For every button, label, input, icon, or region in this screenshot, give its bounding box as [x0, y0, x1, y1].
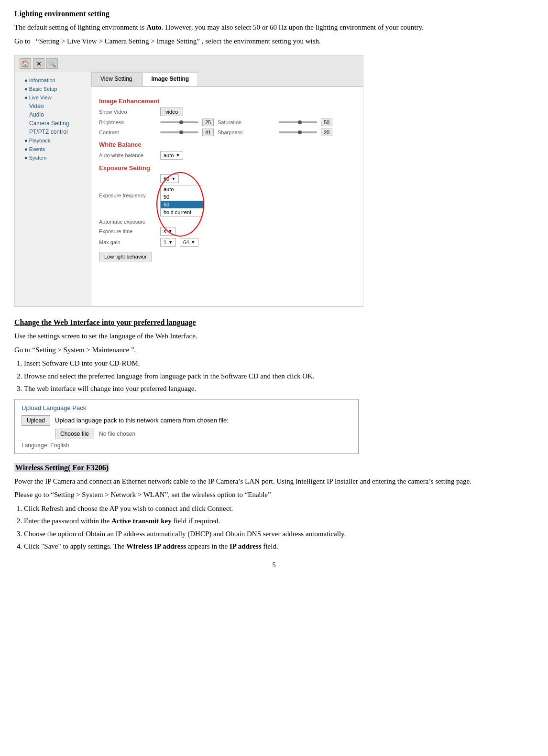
search-icon[interactable]: 🔍 — [46, 58, 58, 69]
sharpness-value: 20 — [321, 129, 332, 136]
wireless-title: Wireless Setting( For F3206) — [14, 464, 534, 472]
wireless-ip-address-bold: Wireless IP address — [126, 542, 186, 550]
video-button[interactable]: video — [160, 108, 183, 116]
show-video-row: Show Video video — [99, 108, 355, 116]
wireless-steps: Click Refresh and choose the AP you wish… — [14, 503, 534, 552]
change-lang-p1: Use the settings screen to set the langu… — [14, 331, 534, 342]
sidebar-item-audio[interactable]: Audio — [15, 110, 91, 119]
wireless-step-2: Enter the password within the Active tra… — [24, 516, 534, 527]
lighting-p2: Go to “Setting > Live View > Camera Sett… — [14, 36, 534, 47]
camera-sidebar: ● Information ● Basic Setup ● Live View … — [15, 72, 91, 306]
contrast-value: 41 — [202, 129, 214, 136]
exp-time-label: Exposure time — [99, 228, 156, 234]
upload-box-title: Upload Language Pack — [22, 404, 351, 411]
exp-time-arrow-icon: ▼ — [168, 229, 173, 234]
choose-file-row: Choose file No file chosen — [22, 429, 351, 439]
wireless-p1: Power the IP Camera and connect an Ether… — [14, 476, 534, 487]
tab-image-setting[interactable]: Image Setting — [142, 72, 198, 86]
active-transmit-key-bold: Active transmit key — [111, 517, 172, 525]
upload-desc: Upload language pack to this network cam… — [55, 417, 229, 424]
exp-freq-value: 60 — [164, 176, 169, 182]
wb-value: auto — [164, 152, 174, 158]
choose-file-button[interactable]: Choose file — [55, 429, 94, 439]
exposure-freq-row: Exposure frequency 60 ▼ auto 50 60 hold … — [99, 174, 355, 216]
sidebar-item-events[interactable]: ● Events — [15, 145, 91, 153]
wireless-p2: Please go to “Setting > System > Network… — [14, 489, 534, 500]
ip-address-bold: IP address — [230, 542, 262, 550]
max-gain-val1: 1 — [164, 239, 166, 245]
language-label: Language: English — [22, 442, 351, 449]
dropdown-option-auto[interactable]: auto — [161, 185, 203, 193]
exposure-dropdown-container: 60 ▼ auto 50 60 hold current — [160, 174, 203, 216]
change-lang-steps: Insert Software CD into your CD-ROM. Bro… — [14, 358, 534, 394]
exp-time-val: s — [164, 228, 166, 234]
upload-button[interactable]: Upload — [22, 415, 50, 426]
sidebar-item-information[interactable]: ● Information — [15, 76, 91, 85]
change-lang-step-1: Insert Software CD into your CD-ROM. — [24, 358, 534, 369]
contrast-slider[interactable] — [160, 131, 198, 133]
lighting-p1: The default setting of lighting environm… — [14, 22, 534, 33]
camera-ui-screenshot: 🏠 ✕ 🔍 ● Information ● Basic Setup ● Live… — [14, 55, 363, 307]
sidebar-item-ptptz[interactable]: PT/PTZ control — [15, 128, 91, 136]
change-lang-title: Change the Web Interface into your prefe… — [14, 318, 534, 327]
sidebar-item-live-view[interactable]: ● Live View — [15, 93, 91, 102]
upload-row: Upload Upload language pack to this netw… — [22, 415, 351, 426]
tab-view-setting[interactable]: View Setting — [91, 72, 142, 86]
change-lang-step-3: The web interface will change into your … — [24, 383, 534, 394]
change-lang-p2: Go to “Setting > System > Maintenance ”. — [14, 345, 534, 356]
contrast-row: Contrast 41 Sharpness 20 — [99, 129, 355, 136]
tools-icon[interactable]: ✕ — [33, 58, 44, 69]
dropdown-option-50[interactable]: 50 — [161, 193, 203, 201]
image-setting-content: Image Enhancement Show Video video Brigh… — [91, 87, 363, 267]
max-gain-select1[interactable]: 1 ▼ — [160, 238, 176, 247]
brightness-value: 25 — [202, 119, 214, 126]
dropdown-option-hold[interactable]: hold current — [161, 208, 203, 216]
lighting-path: “Setting > Live View > Camera Setting > … — [36, 37, 200, 45]
white-balance-row: Auto white balance auto ▼ — [99, 151, 355, 160]
exposure-header: Exposure Setting — [99, 164, 355, 172]
change-lang-step-2: Browse and select the preferred language… — [24, 371, 534, 382]
sidebar-item-camera-setting[interactable]: Camera Setting — [15, 119, 91, 128]
max-gain-arrow1-icon: ▼ — [168, 240, 173, 245]
wb-select[interactable]: auto ▼ — [160, 151, 183, 160]
brightness-row: Brightness 25 Saturation 50 — [99, 119, 355, 126]
upload-language-pack-box: Upload Language Pack Upload Upload langu… — [14, 399, 359, 454]
sidebar-item-basic-setup[interactable]: ● Basic Setup — [15, 85, 91, 93]
sidebar-item-video[interactable]: Video — [15, 102, 91, 110]
exposure-dropdown[interactable]: auto 50 60 hold current — [160, 185, 203, 216]
brightness-slider[interactable] — [160, 121, 198, 123]
tab-bar: View Setting Image Setting — [91, 72, 363, 87]
wireless-section: Wireless Setting( For F3206) Power the I… — [14, 464, 534, 552]
contrast-label: Contrast — [99, 130, 156, 135]
low-light-button[interactable]: Low light behavior — [99, 252, 152, 261]
max-gain-row: Max gain 1 ▼ 64 ▼ — [99, 238, 355, 247]
exp-time-select[interactable]: s ▼ — [160, 227, 175, 236]
sidebar-item-system[interactable]: ● System — [15, 153, 91, 162]
page-number: 5 — [14, 562, 534, 569]
saturation-slider[interactable] — [279, 121, 317, 123]
sharpness-label: Sharpness — [218, 130, 275, 135]
max-gain-label: Max gain — [99, 239, 156, 245]
max-gain-select2[interactable]: 64 ▼ — [180, 238, 198, 247]
sidebar-icon-row: 🏠 ✕ 🔍 — [15, 55, 363, 72]
max-gain-arrow2-icon: ▼ — [191, 240, 195, 245]
saturation-label: Saturation — [218, 119, 275, 125]
camera-main-content: View Setting Image Setting Image Enhance… — [91, 72, 363, 306]
brightness-label: Brightness — [99, 119, 156, 125]
saturation-value: 50 — [321, 119, 332, 126]
wb-arrow-icon: ▼ — [175, 153, 180, 158]
auto-exposure-row: Automatic exposure — [99, 219, 355, 225]
exp-freq-select[interactable]: 60 ▼ — [160, 174, 179, 183]
sidebar-item-playback[interactable]: ● Playback — [15, 136, 91, 145]
show-video-label: Show Video — [99, 109, 156, 115]
exp-freq-arrow-icon: ▼ — [171, 176, 175, 181]
sharpness-slider[interactable] — [279, 131, 317, 133]
auto-exp-label: Automatic exposure — [99, 219, 156, 225]
exp-freq-label: Exposure frequency — [99, 193, 156, 198]
dropdown-option-60[interactable]: 60 — [161, 201, 203, 208]
home-icon[interactable]: 🏠 — [20, 58, 31, 69]
wb-label: Auto white balance — [99, 152, 156, 158]
wireless-title-text: Wireless Setting( For F3206) — [14, 463, 110, 472]
lighting-title: Lighting environment setting — [14, 10, 534, 18]
max-gain-val2: 64 — [183, 239, 189, 245]
